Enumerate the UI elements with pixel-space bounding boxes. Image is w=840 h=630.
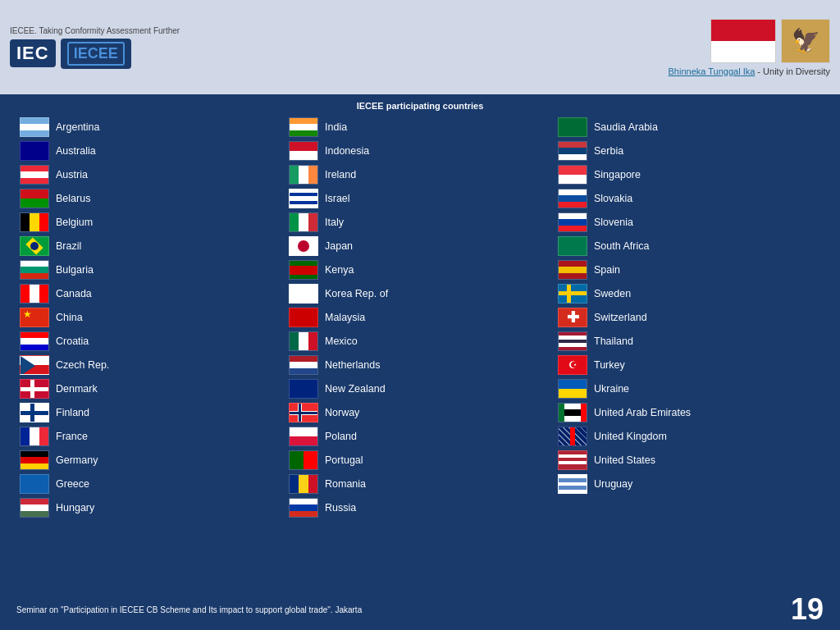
country-name-fr: France — [56, 431, 88, 442]
flag-il — [289, 189, 318, 208]
main-content: IECEE participating countries ArgentinaA… — [0, 94, 840, 605]
country-name-tr: Turkey — [594, 359, 625, 371]
flag-es — [558, 260, 587, 280]
list-item: Portugal — [285, 449, 555, 472]
list-item: Slovakia — [555, 187, 824, 210]
flag-hu — [20, 498, 49, 518]
logos: IEC IECEE — [10, 39, 131, 69]
list-item: Brazil — [16, 235, 285, 258]
country-name-us: United States — [594, 454, 655, 466]
bhinneka-link[interactable]: Bhinneka Tunggal Ika — [669, 66, 756, 76]
flag-sa — [558, 117, 587, 137]
flag-ro — [289, 474, 318, 494]
country-name-gb: United Kingdom — [594, 431, 667, 442]
list-item: United Kingdom — [555, 425, 824, 448]
flag-by — [20, 189, 49, 208]
flag-ru — [289, 498, 318, 518]
flag-cz — [20, 355, 49, 375]
list-item: Belarus — [16, 187, 285, 210]
section-title: IECEE participating countries — [16, 101, 824, 111]
list-item: Spain — [555, 258, 824, 281]
country-name-nz: New Zealand — [325, 383, 386, 395]
country-name-il: Israel — [325, 193, 350, 204]
iecee-inner: IECEE — [67, 42, 125, 66]
flag-de — [20, 450, 49, 470]
country-name-it: Italy — [325, 217, 344, 228]
list-item: Mexico — [285, 330, 555, 353]
list-item: Netherlands — [285, 354, 555, 377]
list-item: ☪Turkey — [555, 354, 824, 377]
flag-si — [558, 212, 587, 232]
list-item: Romania — [285, 472, 555, 495]
flag-kr — [289, 284, 318, 304]
list-item: Croatia — [16, 330, 285, 353]
list-item: Canada — [16, 282, 285, 305]
country-name-ar: Argentina — [56, 121, 100, 133]
flag-fi — [20, 403, 49, 422]
country-column-0: ArgentinaAustraliaAustriaBelarusBelgiumB… — [16, 116, 285, 600]
list-item: New Zealand — [285, 377, 555, 400]
list-item: Sweden — [555, 282, 824, 305]
garuda-emblem: 🦅 — [781, 19, 830, 63]
flag-ae — [558, 403, 587, 422]
flag-br — [20, 236, 49, 256]
flag-mx — [289, 331, 318, 351]
flag-sk — [558, 189, 587, 208]
country-name-nl: Netherlands — [325, 359, 380, 371]
country-name-pl: Poland — [325, 431, 357, 442]
list-item: Saudia Arabia — [555, 116, 824, 139]
list-item: Ukraine — [555, 377, 824, 400]
indonesia-flag — [710, 19, 776, 63]
list-item: ✚Switzerland — [555, 306, 824, 329]
list-item: Korea Rep. of — [285, 282, 555, 305]
list-item: Slovenia — [555, 211, 824, 234]
flag-bg — [20, 260, 49, 280]
flag-ua — [558, 379, 587, 399]
country-name-za: South Africa — [594, 240, 649, 252]
country-name-be: Belgium — [56, 217, 93, 228]
list-item: ★China — [16, 306, 285, 329]
flag-hr — [20, 331, 49, 351]
footer: Seminar on "Participation in IECEE CB Sc… — [0, 589, 840, 630]
country-column-2: Saudia ArabiaSerbiaSingaporeSlovakiaSlov… — [555, 116, 824, 600]
country-name-sk: Slovakia — [594, 193, 632, 204]
flag-za — [558, 236, 587, 256]
flag-icons: 🦅 — [710, 19, 830, 63]
country-name-hr: Croatia — [56, 336, 89, 347]
list-item: Hungary — [16, 496, 285, 519]
countries-grid: ArgentinaAustraliaAustriaBelarusBelgiumB… — [16, 116, 824, 600]
list-item: Norway — [285, 401, 555, 424]
list-item: Japan — [285, 235, 555, 258]
iecee-text: IECEE — [74, 45, 118, 62]
country-name-si: Slovenia — [594, 217, 633, 228]
country-name-se: Sweden — [594, 288, 631, 299]
country-name-de: Germany — [56, 454, 98, 466]
logo-area: IECEE. Taking Conformity Assessment Furt… — [10, 26, 180, 69]
country-name-ru: Russia — [325, 502, 356, 514]
flag-jp — [289, 236, 318, 256]
list-item: Israel — [285, 187, 555, 210]
flag-ie — [289, 165, 318, 185]
country-name-ro: Romania — [325, 478, 366, 490]
flag-ca — [20, 284, 49, 304]
list-item: Singapore — [555, 163, 824, 186]
flag-no — [289, 403, 318, 422]
list-item: India — [285, 116, 555, 139]
country-name-in: India — [325, 121, 347, 133]
footer-text: Seminar on "Participation in IECEE CB Sc… — [16, 605, 362, 614]
country-name-hu: Hungary — [56, 502, 94, 514]
country-name-es: Spain — [594, 264, 620, 276]
iec-logo: IEC — [10, 39, 56, 67]
country-name-dk: Denmark — [56, 383, 98, 395]
country-name-fi: Finland — [56, 407, 89, 418]
list-item: Czech Rep. — [16, 354, 285, 377]
flag-ke — [289, 260, 318, 280]
flag-sg — [558, 165, 587, 185]
country-name-sa: Saudia Arabia — [594, 121, 658, 133]
country-name-ke: Kenya — [325, 264, 354, 276]
flag-be — [20, 212, 49, 232]
list-item: Russia — [285, 496, 555, 519]
country-name-no: Norway — [325, 407, 359, 418]
country-name-ca: Canada — [56, 288, 92, 299]
list-item: Bulgaria — [16, 258, 285, 281]
